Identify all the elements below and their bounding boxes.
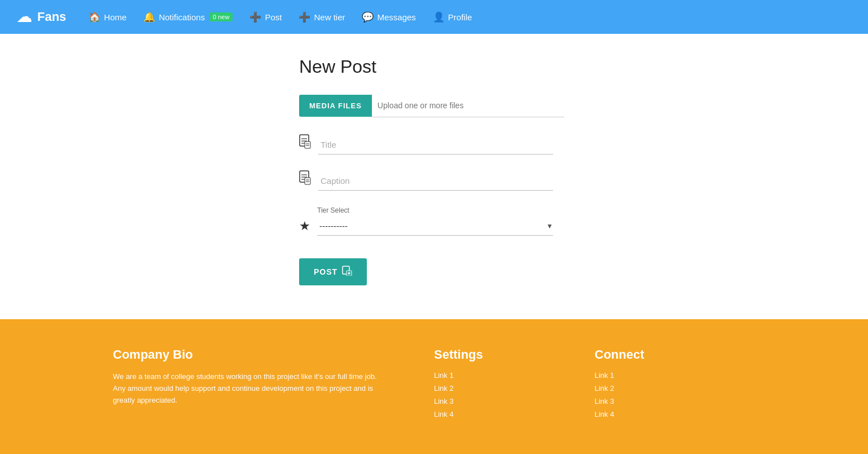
tier-star-icon: ★ [299,219,310,233]
footer-connect-title: Connect [595,347,756,362]
footer-connect-link-1[interactable]: Link 1 [595,371,756,380]
tier-select-label: Tier Select [317,206,553,214]
nav-post[interactable]: ➕ Post [249,11,282,23]
nav-notifications[interactable]: 🔔 Notifications 0 new [143,11,233,23]
footer-settings-link-3[interactable]: Link 3 [434,397,595,405]
media-files-row: MEDIA FILES [299,94,564,117]
profile-icon: 👤 [433,11,445,23]
caption-field-row [299,170,553,191]
footer-bio-section: Company Bio We are a team of college stu… [113,347,434,423]
home-icon: 🏠 [89,11,100,23]
footer-settings-link-1[interactable]: Link 1 [434,371,595,380]
post-add-icon: ➕ [249,11,261,23]
nav-messages-label: Messages [377,12,415,22]
tier-select-dropdown[interactable]: ---------- Tier 1 Tier 2 Tier 3 [317,217,553,236]
nav-new-tier[interactable]: ➕ New tier [299,11,345,23]
nav-new-tier-label: New tier [314,12,345,22]
footer: Company Bio We are a team of college stu… [0,319,868,454]
main-content: New Post MEDIA FILES [0,34,868,319]
footer-settings-link-4[interactable]: Link 4 [434,410,595,418]
footer-bio-text: We are a team of college students workin… [113,371,384,406]
media-files-input[interactable] [372,94,564,117]
new-tier-add-icon: ➕ [299,11,310,23]
nav-home-label: Home [104,12,126,22]
nav-links: 🏠 Home 🔔 Notifications 0 new ➕ Post ➕ Ne… [89,11,851,23]
navbar: ☁ Fans 🏠 Home 🔔 Notifications 0 new ➕ Po… [0,0,868,34]
notification-badge: 0 new [209,12,233,21]
nav-profile[interactable]: 👤 Profile [433,11,472,23]
nav-messages[interactable]: 💬 Messages [362,11,415,23]
footer-connect-section: Connect Link 1 Link 2 Link 3 Link 4 [595,347,756,423]
post-button-label: POST [314,267,337,276]
page-title: New Post [299,56,376,77]
footer-bio-title: Company Bio [113,347,434,362]
brand-name: Fans [37,10,66,24]
svg-rect-11 [305,178,310,184]
footer-settings-title: Settings [434,347,595,362]
title-field-row [299,134,553,155]
nav-home[interactable]: 🏠 Home [89,11,126,23]
caption-input[interactable] [318,171,553,191]
bell-icon: 🔔 [143,11,155,23]
cloud-icon: ☁ [17,8,32,26]
tier-select-wrapper: Tier Select ---------- Tier 1 Tier 2 Tie… [317,206,553,236]
brand-logo[interactable]: ☁ Fans [17,8,66,26]
post-button-icon [342,266,352,278]
tier-select-row: ★ Tier Select ---------- Tier 1 Tier 2 T… [299,206,553,236]
caption-document-icon [299,170,312,188]
footer-settings-section: Settings Link 1 Link 2 Link 3 Link 4 [434,347,595,423]
title-document-icon [299,134,312,152]
nav-notifications-label: Notifications [159,12,205,22]
footer-connect-link-2[interactable]: Link 2 [595,384,756,393]
tier-select-arrow-wrapper: ---------- Tier 1 Tier 2 Tier 3 [317,217,553,236]
svg-rect-4 [305,142,310,148]
footer-connect-link-4[interactable]: Link 4 [595,410,756,418]
post-button[interactable]: POST [299,258,367,285]
nav-profile-label: Profile [448,12,472,22]
nav-post-label: Post [265,12,282,22]
media-files-button[interactable]: MEDIA FILES [299,95,372,117]
footer-connect-link-3[interactable]: Link 3 [595,397,756,405]
messages-icon: 💬 [362,11,374,23]
footer-settings-link-2[interactable]: Link 2 [434,384,595,393]
title-input[interactable] [318,135,553,155]
